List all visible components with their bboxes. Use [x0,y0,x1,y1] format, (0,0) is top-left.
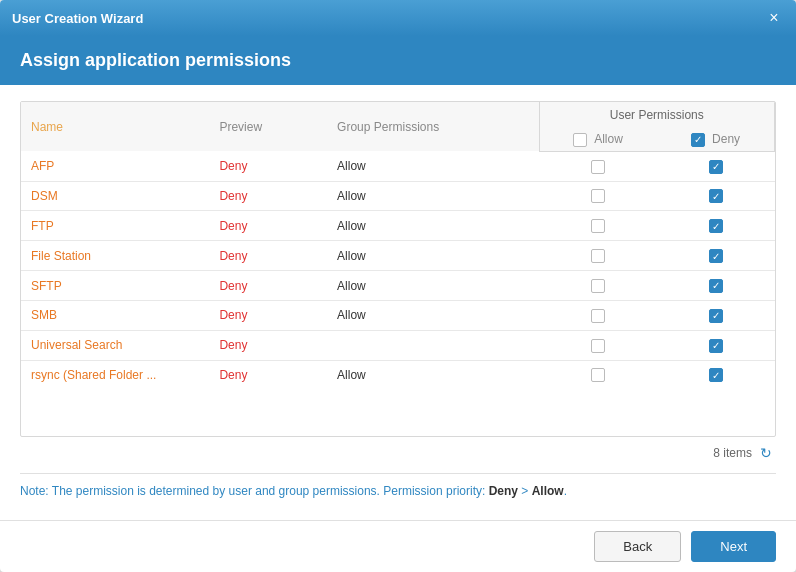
deny-checkbox[interactable]: ✓ [709,219,723,233]
row-allow-cell [539,300,657,330]
deny-checkbox[interactable]: ✓ [709,368,723,382]
row-group: Allow [327,211,539,241]
row-preview: Deny [209,271,327,301]
header-row-top: Name Preview Group Permissions User Perm… [21,102,775,128]
col-header-user-permissions: User Permissions [539,102,774,128]
table-row: File Station Deny Allow ✓ [21,241,775,271]
row-deny-cell: ✓ [657,211,775,241]
close-button[interactable]: × [764,8,784,28]
row-name: DSM [21,181,209,211]
table-row: Universal Search Deny ✓ [21,330,775,360]
table-row: SMB Deny Allow ✓ [21,300,775,330]
dialog-footer: Back Next [0,520,796,572]
deny-checkbox[interactable]: ✓ [709,249,723,263]
permissions-table-container: Name Preview Group Permissions User Perm… [20,101,776,437]
row-deny-cell: ✓ [657,181,775,211]
allow-checkbox[interactable] [591,368,605,382]
row-deny-cell: ✓ [657,271,775,301]
row-allow-cell [539,241,657,271]
row-deny-cell: ✓ [657,360,775,389]
row-preview: Deny [209,241,327,271]
note-prefix: Note: The permission is determined by us… [20,484,489,498]
title-bar: User Creation Wizard × [0,0,796,36]
row-group: Allow [327,271,539,301]
row-allow-cell [539,181,657,211]
row-name: rsync (Shared Folder ... [21,360,209,389]
items-count-text: 8 items [713,446,752,460]
note-bold2: Allow [532,484,564,498]
table-row: AFP Deny Allow ✓ [21,151,775,181]
row-deny-cell: ✓ [657,330,775,360]
row-preview: Deny [209,181,327,211]
row-allow-cell [539,330,657,360]
deny-checkbox[interactable]: ✓ [709,279,723,293]
note-suffix: . [564,484,567,498]
row-group: Allow [327,241,539,271]
row-deny-cell: ✓ [657,300,775,330]
row-group [327,330,539,360]
page-header: Assign application permissions [0,36,796,85]
allow-checkbox[interactable] [591,160,605,174]
deny-checkbox[interactable]: ✓ [709,160,723,174]
table-row: rsync (Shared Folder ... Deny Allow ✓ [21,360,775,389]
col-header-group: Group Permissions [327,102,539,151]
table-row: DSM Deny Allow ✓ [21,181,775,211]
row-preview: Deny [209,211,327,241]
col-header-preview: Preview [209,102,327,151]
table-row: SFTP Deny Allow ✓ [21,271,775,301]
items-count-bar: 8 items ↻ [20,437,776,469]
row-name: SFTP [21,271,209,301]
col-header-deny: ✓ Deny [657,128,775,151]
note-bar: Note: The permission is determined by us… [20,473,776,504]
allow-checkbox[interactable] [591,309,605,323]
row-name: SMB [21,300,209,330]
back-button[interactable]: Back [594,531,681,562]
deny-label: Deny [712,132,740,146]
allow-checkbox[interactable] [591,249,605,263]
row-name: File Station [21,241,209,271]
allow-header-checkbox[interactable] [573,133,587,147]
row-deny-cell: ✓ [657,151,775,181]
allow-checkbox[interactable] [591,189,605,203]
row-allow-cell [539,151,657,181]
deny-checkbox[interactable]: ✓ [709,339,723,353]
row-allow-cell [539,211,657,241]
permissions-table: Name Preview Group Permissions User Perm… [21,102,775,389]
allow-checkbox[interactable] [591,279,605,293]
table-row: FTP Deny Allow ✓ [21,211,775,241]
col-header-allow: Allow [539,128,657,151]
title-bar-text: User Creation Wizard [12,11,143,26]
table-body: AFP Deny Allow ✓ DSM Deny Allow ✓ [21,151,775,389]
refresh-icon[interactable]: ↻ [760,445,772,461]
row-group: Allow [327,181,539,211]
row-name: Universal Search [21,330,209,360]
row-name: FTP [21,211,209,241]
allow-checkbox[interactable] [591,219,605,233]
note-bold1: Deny [489,484,518,498]
content-area: Name Preview Group Permissions User Perm… [0,85,796,520]
row-deny-cell: ✓ [657,241,775,271]
allow-checkbox[interactable] [591,339,605,353]
deny-checkbox[interactable]: ✓ [709,189,723,203]
dialog-container: User Creation Wizard × Assign applicatio… [0,0,796,572]
row-preview: Deny [209,360,327,389]
deny-header-checkbox[interactable]: ✓ [691,133,705,147]
allow-label: Allow [594,132,623,146]
row-allow-cell [539,360,657,389]
row-group: Allow [327,151,539,181]
page-title: Assign application permissions [20,50,776,71]
row-group: Allow [327,360,539,389]
row-preview: Deny [209,330,327,360]
row-name: AFP [21,151,209,181]
row-allow-cell [539,271,657,301]
note-separator: > [518,484,532,498]
col-header-name: Name [21,102,209,151]
deny-checkbox[interactable]: ✓ [709,309,723,323]
row-preview: Deny [209,151,327,181]
next-button[interactable]: Next [691,531,776,562]
row-group: Allow [327,300,539,330]
row-preview: Deny [209,300,327,330]
